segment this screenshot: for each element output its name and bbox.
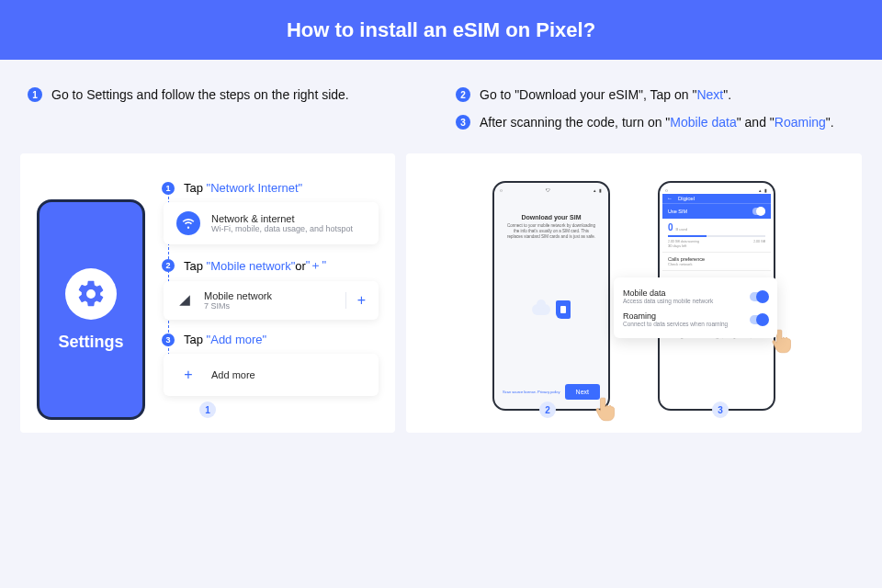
plus-add-icon: + (176, 363, 200, 387)
mobile-data-row[interactable]: Mobile data Access data using mobile net… (623, 285, 768, 308)
step-2: 2 Tap "Mobile network" or "＋" Mobile net… (162, 257, 379, 320)
shield-icon: 🛡 (546, 187, 550, 193)
intro-right: 2 Go to "Download your eSIM", Tap on "Ne… (456, 87, 854, 142)
intro-section: 1 Go to Settings and follow the steps on… (0, 60, 882, 153)
intro-step-1-text: Go to Settings and follow the steps on t… (51, 87, 349, 102)
step-3: 3 Tap "Add more" + Add more (162, 333, 379, 396)
roaming-row[interactable]: Roaming Connect to data services when ro… (623, 308, 768, 331)
add-more-card[interactable]: + Add more (164, 354, 379, 396)
status-bar-2: ○▴ ▮ (662, 187, 771, 194)
gear-icon (65, 268, 117, 320)
carrier-bar: ←Digicel (662, 194, 771, 203)
download-sim-title: Download your SIM (497, 214, 605, 220)
bullet-1: 1 (28, 87, 42, 102)
digicel-phone-col: ○▴ ▮ ←Digicel Use SIM 0 B used 2.00 GB d… (658, 181, 775, 411)
page-title: How to install an eSIM on Pixel? (287, 18, 595, 42)
status-bar: ○🛡▴ ▮ (497, 187, 605, 194)
settings-label: Settings (58, 333, 123, 352)
intro-left: 1 Go to Settings and follow the steps on… (28, 87, 426, 142)
download-sim-sub: Connect to your mobile network by downlo… (497, 220, 605, 240)
next-link: Next (696, 87, 723, 102)
step-2-title: 2 Tap "Mobile network" or "＋" (162, 257, 379, 274)
page-header: How to install an eSIM on Pixel? (0, 0, 882, 60)
privacy-link[interactable]: Scan source license. Privacy policy (503, 390, 560, 394)
use-sim-toggle[interactable] (752, 208, 765, 215)
card1-title: Network & internet (211, 213, 353, 224)
mobile-data-link: Mobile data (670, 115, 736, 130)
bullet-2: 2 (456, 87, 470, 102)
settings-phone-col: Settings (37, 181, 145, 420)
card2-title: Mobile network (204, 290, 272, 301)
network-internet-card[interactable]: Network & internet Wi-Fi, mobile, data u… (164, 202, 379, 244)
card1-sub: Wi-Fi, mobile, data usage, and hotspot (211, 224, 353, 233)
panels: Settings 1 Tap "Network Internet" Networ… (0, 153, 882, 433)
mobile-network-card[interactable]: Mobile network 7 SIMs + (164, 281, 379, 320)
signal-icon (176, 292, 193, 309)
settings-phone: Settings (37, 199, 145, 420)
download-illustration (497, 240, 605, 380)
mobile-data-toggle[interactable] (750, 292, 768, 301)
calls-pref[interactable]: Calls preference Check network (662, 253, 771, 271)
intro-step-2: 2 Go to "Download your eSIM", Tap on "Ne… (456, 87, 854, 102)
step-3-title: 3 Tap "Add more" (162, 333, 379, 346)
download-sim-phone: ○🛡▴ ▮ Download your SIM Connect to your … (492, 181, 610, 411)
bullet-3: 3 (456, 115, 470, 130)
card2-sub: 7 SIMs (204, 301, 272, 311)
panel-right: ○🛡▴ ▮ Download your SIM Connect to your … (406, 153, 862, 433)
panel-left: Settings 1 Tap "Network Internet" Networ… (20, 153, 395, 433)
roaming-toggle[interactable] (750, 315, 768, 324)
sim-icon (556, 300, 571, 319)
roaming-link: Roaming (775, 115, 826, 130)
step-1-title: 1 Tap "Network Internet" (162, 181, 379, 195)
download-sim-phone-col: ○🛡▴ ▮ Download your SIM Connect to your … (492, 181, 610, 411)
panel-right-footer: 2 3 (406, 401, 862, 418)
pointer-hand-icon (595, 396, 619, 424)
data-used-block: 0 B used 2.00 GB data warning2.00 GB 30 … (662, 219, 771, 253)
overlay-card: Mobile data Access data using mobile net… (614, 277, 777, 338)
steps-column: 1 Tap "Network Internet" Network & inter… (162, 181, 379, 420)
data-bar (668, 235, 765, 237)
use-sim-row[interactable]: Use SIM (662, 203, 771, 219)
plus-icon[interactable]: + (345, 292, 366, 309)
intro-step-3: 3 After scanning the code, turn on "Mobi… (456, 115, 854, 130)
card3-title: Add more (211, 369, 255, 380)
step-1: 1 Tap "Network Internet" Network & inter… (162, 181, 379, 244)
wifi-icon (176, 211, 200, 235)
cloud-icon (532, 304, 550, 315)
intro-step-1: 1 Go to Settings and follow the steps on… (28, 87, 426, 102)
